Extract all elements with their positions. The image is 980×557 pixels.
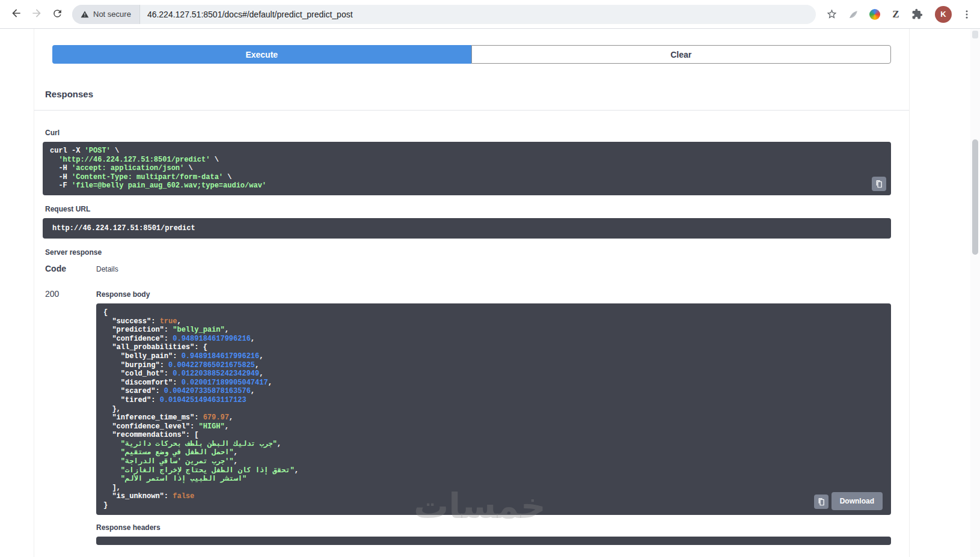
- browser-menu-icon[interactable]: [957, 5, 976, 24]
- response-headers-block: [96, 537, 891, 545]
- server-response-label: Server response: [45, 248, 898, 257]
- request-url-label: Request URL: [45, 205, 898, 213]
- request-url-value: http://46.224.127.51:8501/predict: [43, 218, 891, 239]
- z-letter: Z: [892, 8, 899, 20]
- execute-button[interactable]: Execute: [52, 45, 471, 64]
- response-body-label: Response body: [96, 290, 891, 299]
- refresh-button[interactable]: [47, 4, 67, 25]
- extension-z-icon[interactable]: Z: [889, 8, 902, 21]
- curl-command-text: curl -X 'POST' \ 'http://46.224.127.51:8…: [50, 147, 884, 190]
- refresh-icon: [52, 8, 63, 21]
- server-response-table: Code Details 200 Response body { "succes…: [45, 264, 891, 545]
- response-body-block: { "success": true, "prediction": "belly_…: [96, 303, 891, 515]
- status-code: 200: [45, 289, 96, 545]
- warning-icon: [81, 10, 89, 19]
- profile-avatar[interactable]: K: [935, 6, 952, 23]
- clipboard-icon: [817, 498, 825, 506]
- swagger-page: Execute Clear Responses Curl curl -X 'PO…: [0, 29, 980, 557]
- back-arrow-icon: [10, 7, 22, 21]
- responses-title: Responses: [45, 89, 898, 99]
- scrollbar[interactable]: [970, 29, 980, 557]
- download-button[interactable]: Download: [831, 492, 883, 510]
- details-column-header: Details: [96, 264, 891, 289]
- back-button[interactable]: [6, 4, 26, 25]
- copy-curl-button[interactable]: [872, 177, 886, 191]
- response-details-cell: Response body { "success": true, "predic…: [96, 289, 891, 545]
- clear-button[interactable]: Clear: [471, 45, 892, 64]
- browser-chrome: Not secure 46.224.127.51:8501/docs#/defa…: [0, 0, 980, 29]
- response-body-text: { "success": true, "prediction": "belly_…: [103, 308, 884, 510]
- extensions-puzzle-icon[interactable]: [910, 8, 923, 21]
- clipboard-icon: [875, 180, 883, 188]
- response-headers-label: Response headers: [96, 523, 891, 532]
- address-bar[interactable]: Not secure 46.224.127.51:8501/docs#/defa…: [72, 5, 816, 24]
- execute-wrapper: Execute Clear: [52, 45, 891, 64]
- operation-container: Execute Clear Responses Curl curl -X 'PO…: [34, 29, 910, 557]
- url-text[interactable]: 46.224.127.51:8501/docs#/default/predict…: [140, 10, 360, 19]
- forward-button[interactable]: [26, 4, 47, 25]
- bookmark-star-icon[interactable]: [822, 5, 841, 24]
- section-divider: [34, 110, 909, 111]
- curl-command-block: curl -X 'POST' \ 'http://46.224.127.51:8…: [43, 142, 891, 195]
- extension-colorful-icon[interactable]: [868, 8, 881, 21]
- extension-feather-icon[interactable]: [847, 8, 860, 21]
- code-column-header: Code: [45, 264, 96, 289]
- extension-icons: Z: [847, 8, 923, 21]
- colorful-circle: [869, 9, 880, 20]
- curl-label: Curl: [45, 129, 898, 137]
- security-chip[interactable]: Not secure: [72, 5, 140, 24]
- copy-response-button[interactable]: [814, 495, 828, 509]
- scrollbar-thumb[interactable]: [972, 139, 978, 255]
- forward-arrow-icon: [31, 7, 43, 21]
- scrollbar-top-piece[interactable]: [972, 31, 978, 38]
- security-label: Not secure: [93, 10, 131, 19]
